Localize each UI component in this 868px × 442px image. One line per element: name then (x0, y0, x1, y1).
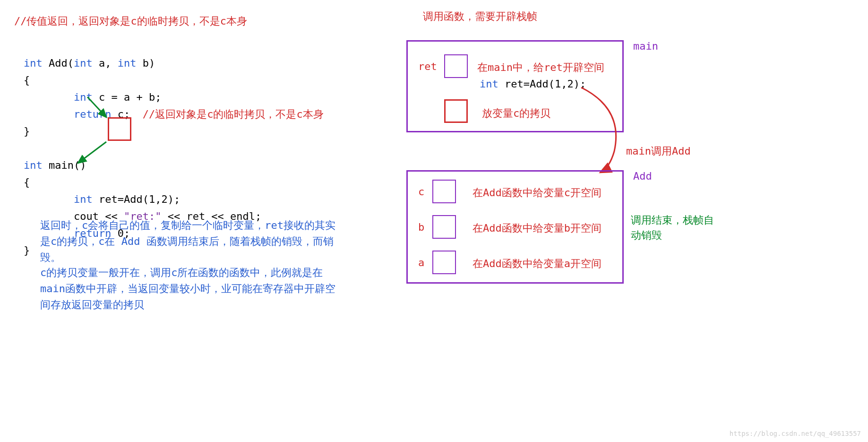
arrow-main-add-label: main调用Add (626, 144, 691, 158)
b-note: 在Add函数中给变量b开空间 (473, 221, 602, 235)
green-note: 调用结束，栈帧自动销毁 (631, 213, 716, 243)
c-label: c (418, 186, 424, 198)
a-box (432, 251, 456, 274)
watermark: https://blog.csdn.net/qq_49613557 (730, 430, 861, 437)
arrow-main-to-add (0, 0, 662, 189)
kw: int (24, 193, 93, 205)
note-paragraph-1: 返回时，c会将自己的值，复制给一个临时变量，ret接收的其实是c的拷贝，c在 A… (40, 217, 343, 266)
c-box (432, 180, 456, 203)
code-text: } (24, 244, 30, 256)
code-text: ret=Add(1,2); (93, 193, 180, 205)
b-box (432, 215, 456, 239)
a-note: 在Add函数中给变量a开空间 (473, 257, 602, 271)
add-label: Add (633, 170, 652, 182)
c-note: 在Add函数中给变量c开空间 (473, 186, 602, 200)
a-label: a (418, 257, 424, 269)
b-label: b (418, 221, 424, 233)
note-paragraph-2: c的拷贝变量一般开在，调用c所在函数的函数中，此例就是在main函数中开辟，当返… (40, 265, 343, 313)
